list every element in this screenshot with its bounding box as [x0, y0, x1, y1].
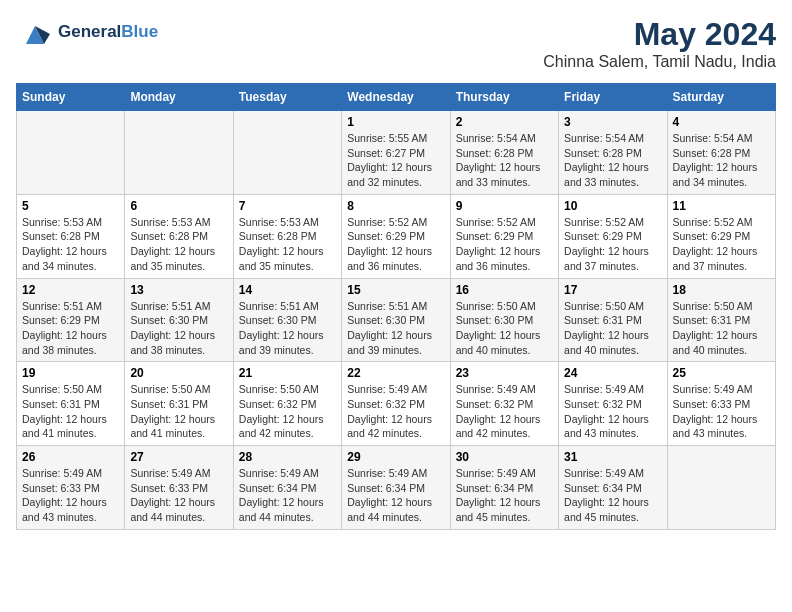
calendar-cell: 11Sunrise: 5:52 AM Sunset: 6:29 PM Dayli…: [667, 194, 775, 278]
day-number: 14: [239, 283, 336, 297]
calendar-cell: 16Sunrise: 5:50 AM Sunset: 6:30 PM Dayli…: [450, 278, 558, 362]
day-detail: Sunrise: 5:49 AM Sunset: 6:32 PM Dayligh…: [347, 382, 444, 441]
calendar-cell: 23Sunrise: 5:49 AM Sunset: 6:32 PM Dayli…: [450, 362, 558, 446]
calendar-cell: 13Sunrise: 5:51 AM Sunset: 6:30 PM Dayli…: [125, 278, 233, 362]
day-detail: Sunrise: 5:50 AM Sunset: 6:31 PM Dayligh…: [22, 382, 119, 441]
day-number: 19: [22, 366, 119, 380]
calendar-table: SundayMondayTuesdayWednesdayThursdayFrid…: [16, 83, 776, 530]
day-number: 5: [22, 199, 119, 213]
weekday-header-friday: Friday: [559, 84, 667, 111]
day-number: 27: [130, 450, 227, 464]
day-detail: Sunrise: 5:50 AM Sunset: 6:31 PM Dayligh…: [673, 299, 770, 358]
day-detail: Sunrise: 5:50 AM Sunset: 6:30 PM Dayligh…: [456, 299, 553, 358]
day-number: 30: [456, 450, 553, 464]
day-number: 1: [347, 115, 444, 129]
week-row-2: 5Sunrise: 5:53 AM Sunset: 6:28 PM Daylig…: [17, 194, 776, 278]
day-number: 12: [22, 283, 119, 297]
calendar-cell: 6Sunrise: 5:53 AM Sunset: 6:28 PM Daylig…: [125, 194, 233, 278]
day-detail: Sunrise: 5:50 AM Sunset: 6:31 PM Dayligh…: [130, 382, 227, 441]
calendar-cell: [17, 111, 125, 195]
logo: GeneralBlue: [16, 16, 158, 48]
day-number: 9: [456, 199, 553, 213]
day-detail: Sunrise: 5:51 AM Sunset: 6:30 PM Dayligh…: [130, 299, 227, 358]
day-number: 3: [564, 115, 661, 129]
day-detail: Sunrise: 5:53 AM Sunset: 6:28 PM Dayligh…: [22, 215, 119, 274]
calendar-cell: 22Sunrise: 5:49 AM Sunset: 6:32 PM Dayli…: [342, 362, 450, 446]
calendar-cell: 29Sunrise: 5:49 AM Sunset: 6:34 PM Dayli…: [342, 446, 450, 530]
logo-blue: Blue: [121, 22, 158, 41]
day-number: 2: [456, 115, 553, 129]
weekday-header-monday: Monday: [125, 84, 233, 111]
calendar-cell: 19Sunrise: 5:50 AM Sunset: 6:31 PM Dayli…: [17, 362, 125, 446]
week-row-1: 1Sunrise: 5:55 AM Sunset: 6:27 PM Daylig…: [17, 111, 776, 195]
day-number: 21: [239, 366, 336, 380]
calendar-subtitle: Chinna Salem, Tamil Nadu, India: [543, 53, 776, 71]
day-detail: Sunrise: 5:54 AM Sunset: 6:28 PM Dayligh…: [564, 131, 661, 190]
day-number: 18: [673, 283, 770, 297]
day-detail: Sunrise: 5:54 AM Sunset: 6:28 PM Dayligh…: [673, 131, 770, 190]
calendar-cell: 9Sunrise: 5:52 AM Sunset: 6:29 PM Daylig…: [450, 194, 558, 278]
day-detail: Sunrise: 5:52 AM Sunset: 6:29 PM Dayligh…: [456, 215, 553, 274]
day-number: 24: [564, 366, 661, 380]
calendar-cell: 14Sunrise: 5:51 AM Sunset: 6:30 PM Dayli…: [233, 278, 341, 362]
day-detail: Sunrise: 5:49 AM Sunset: 6:34 PM Dayligh…: [564, 466, 661, 525]
calendar-cell: 3Sunrise: 5:54 AM Sunset: 6:28 PM Daylig…: [559, 111, 667, 195]
page-header: GeneralBlue May 2024 Chinna Salem, Tamil…: [16, 16, 776, 71]
weekday-header-saturday: Saturday: [667, 84, 775, 111]
calendar-cell: 20Sunrise: 5:50 AM Sunset: 6:31 PM Dayli…: [125, 362, 233, 446]
weekday-header-row: SundayMondayTuesdayWednesdayThursdayFrid…: [17, 84, 776, 111]
day-number: 4: [673, 115, 770, 129]
calendar-cell: [125, 111, 233, 195]
day-number: 8: [347, 199, 444, 213]
day-detail: Sunrise: 5:50 AM Sunset: 6:31 PM Dayligh…: [564, 299, 661, 358]
day-number: 28: [239, 450, 336, 464]
day-detail: Sunrise: 5:49 AM Sunset: 6:34 PM Dayligh…: [347, 466, 444, 525]
calendar-cell: 27Sunrise: 5:49 AM Sunset: 6:33 PM Dayli…: [125, 446, 233, 530]
day-number: 31: [564, 450, 661, 464]
calendar-cell: 26Sunrise: 5:49 AM Sunset: 6:33 PM Dayli…: [17, 446, 125, 530]
calendar-title: May 2024: [543, 16, 776, 53]
calendar-cell: 4Sunrise: 5:54 AM Sunset: 6:28 PM Daylig…: [667, 111, 775, 195]
weekday-header-thursday: Thursday: [450, 84, 558, 111]
day-detail: Sunrise: 5:55 AM Sunset: 6:27 PM Dayligh…: [347, 131, 444, 190]
day-detail: Sunrise: 5:54 AM Sunset: 6:28 PM Dayligh…: [456, 131, 553, 190]
day-number: 22: [347, 366, 444, 380]
day-number: 15: [347, 283, 444, 297]
day-detail: Sunrise: 5:52 AM Sunset: 6:29 PM Dayligh…: [673, 215, 770, 274]
day-detail: Sunrise: 5:49 AM Sunset: 6:34 PM Dayligh…: [456, 466, 553, 525]
logo-general: General: [58, 22, 121, 41]
calendar-cell: 10Sunrise: 5:52 AM Sunset: 6:29 PM Dayli…: [559, 194, 667, 278]
calendar-cell: 24Sunrise: 5:49 AM Sunset: 6:32 PM Dayli…: [559, 362, 667, 446]
calendar-cell: 30Sunrise: 5:49 AM Sunset: 6:34 PM Dayli…: [450, 446, 558, 530]
day-detail: Sunrise: 5:51 AM Sunset: 6:30 PM Dayligh…: [239, 299, 336, 358]
day-detail: Sunrise: 5:51 AM Sunset: 6:29 PM Dayligh…: [22, 299, 119, 358]
week-row-5: 26Sunrise: 5:49 AM Sunset: 6:33 PM Dayli…: [17, 446, 776, 530]
day-number: 23: [456, 366, 553, 380]
calendar-cell: 8Sunrise: 5:52 AM Sunset: 6:29 PM Daylig…: [342, 194, 450, 278]
day-detail: Sunrise: 5:49 AM Sunset: 6:33 PM Dayligh…: [22, 466, 119, 525]
day-detail: Sunrise: 5:53 AM Sunset: 6:28 PM Dayligh…: [130, 215, 227, 274]
day-number: 26: [22, 450, 119, 464]
day-detail: Sunrise: 5:52 AM Sunset: 6:29 PM Dayligh…: [564, 215, 661, 274]
weekday-header-wednesday: Wednesday: [342, 84, 450, 111]
calendar-cell: 21Sunrise: 5:50 AM Sunset: 6:32 PM Dayli…: [233, 362, 341, 446]
calendar-cell: 17Sunrise: 5:50 AM Sunset: 6:31 PM Dayli…: [559, 278, 667, 362]
logo-icon: [16, 16, 54, 48]
day-number: 16: [456, 283, 553, 297]
calendar-cell: 18Sunrise: 5:50 AM Sunset: 6:31 PM Dayli…: [667, 278, 775, 362]
day-number: 7: [239, 199, 336, 213]
calendar-cell: 31Sunrise: 5:49 AM Sunset: 6:34 PM Dayli…: [559, 446, 667, 530]
calendar-cell: 12Sunrise: 5:51 AM Sunset: 6:29 PM Dayli…: [17, 278, 125, 362]
calendar-cell: 2Sunrise: 5:54 AM Sunset: 6:28 PM Daylig…: [450, 111, 558, 195]
day-detail: Sunrise: 5:49 AM Sunset: 6:34 PM Dayligh…: [239, 466, 336, 525]
day-number: 13: [130, 283, 227, 297]
calendar-cell: 25Sunrise: 5:49 AM Sunset: 6:33 PM Dayli…: [667, 362, 775, 446]
day-number: 6: [130, 199, 227, 213]
day-number: 10: [564, 199, 661, 213]
day-detail: Sunrise: 5:49 AM Sunset: 6:33 PM Dayligh…: [673, 382, 770, 441]
day-number: 20: [130, 366, 227, 380]
calendar-cell: 15Sunrise: 5:51 AM Sunset: 6:30 PM Dayli…: [342, 278, 450, 362]
day-detail: Sunrise: 5:49 AM Sunset: 6:33 PM Dayligh…: [130, 466, 227, 525]
week-row-4: 19Sunrise: 5:50 AM Sunset: 6:31 PM Dayli…: [17, 362, 776, 446]
day-detail: Sunrise: 5:50 AM Sunset: 6:32 PM Dayligh…: [239, 382, 336, 441]
